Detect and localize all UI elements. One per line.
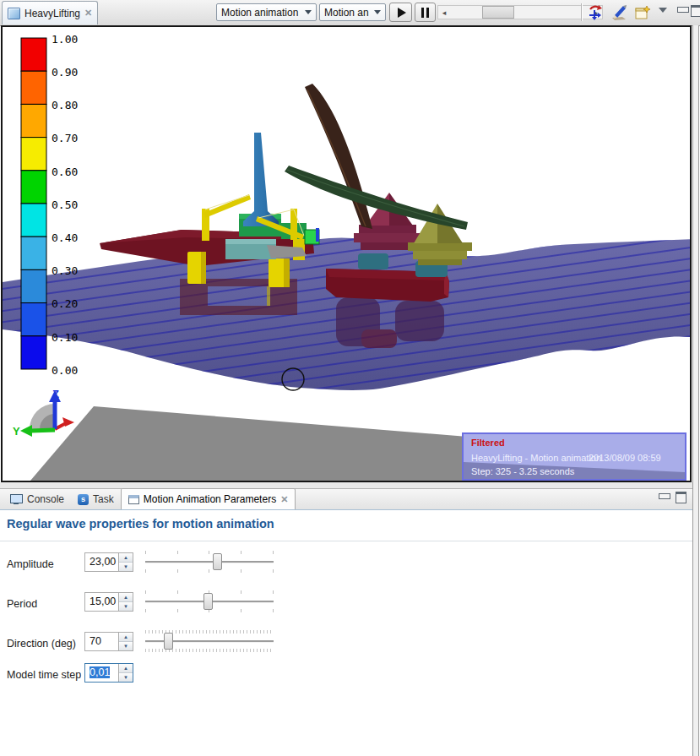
period-spinner: ▲ ▼ <box>118 593 133 611</box>
overlay-step: Step: 325 - 3.25 seconds <box>471 466 575 476</box>
panel-maximize-button[interactable] <box>676 492 686 503</box>
amplitude-label: Amplitude <box>7 558 83 570</box>
animation-selection-combo[interactable]: Motion an <box>319 3 386 21</box>
direction-label: Direction (deg) <box>7 638 83 650</box>
svg-text:0.00: 0.00 <box>52 364 78 377</box>
new-note-icon[interactable] <box>633 3 652 22</box>
view-menu-chevron-icon[interactable] <box>659 8 670 15</box>
animation-mode-combo-value: Motion animation <box>221 7 298 19</box>
task-icon: s <box>78 494 89 505</box>
direction-slider-thumb[interactable] <box>164 633 173 650</box>
3d-scene: Filtered HeavyLifting - Motion animation… <box>3 27 690 481</box>
application-window: HeavyLifting ✕ Motion animation Motion a… <box>0 0 700 756</box>
editor-window-icon <box>8 8 20 19</box>
period-slider[interactable] <box>145 589 274 614</box>
amplitude-field[interactable]: 23,00 ▲ ▼ <box>84 552 133 572</box>
period-label: Period <box>7 598 83 610</box>
svg-text:0.90: 0.90 <box>52 66 78 79</box>
spin-down-icon[interactable]: ▼ <box>119 642 133 650</box>
animation-info-overlay: Filtered HeavyLifting - Motion animation… <box>463 433 686 480</box>
editor-tab-heavylifting[interactable]: HeavyLifting ✕ <box>2 1 98 24</box>
svg-text:0.30: 0.30 <box>52 264 78 277</box>
svg-text:0.60: 0.60 <box>52 166 78 178</box>
pause-button[interactable] <box>415 3 436 22</box>
horizontal-sash[interactable] <box>0 482 692 488</box>
toolbar-separator <box>581 3 583 21</box>
svg-text:0.20: 0.20 <box>52 297 78 310</box>
period-field[interactable]: 15,00 ▲ ▼ <box>84 592 133 612</box>
z-axis-label: Z <box>52 388 59 400</box>
overlay-title: HeavyLifting - Motion animation <box>471 453 601 463</box>
tab-close-icon[interactable]: ✕ <box>280 494 288 505</box>
maximize-button[interactable] <box>691 5 700 17</box>
play-button[interactable] <box>389 3 412 22</box>
3d-viewport[interactable]: Filtered HeavyLifting - Motion animation… <box>1 25 692 482</box>
svg-text:0.80: 0.80 <box>52 99 78 111</box>
spin-up-icon[interactable]: ▲ <box>119 633 133 642</box>
window-frame-edge <box>692 25 699 756</box>
view-window-icon <box>128 495 139 504</box>
chevron-down-icon <box>374 10 381 18</box>
animation-mode-combo[interactable]: Motion animation <box>216 3 317 21</box>
direction-slider[interactable] <box>145 628 274 654</box>
overlay-filtered-label: Filtered <box>471 438 505 448</box>
spin-up-icon[interactable]: ▲ <box>119 664 133 673</box>
model-time-step-value[interactable]: 0,01 <box>90 666 110 678</box>
amplitude-spinner: ▲ ▼ <box>118 553 133 571</box>
spin-up-icon[interactable]: ▲ <box>119 553 133 563</box>
period-slider-thumb[interactable] <box>203 593 213 610</box>
console-icon <box>10 494 23 505</box>
model-time-step-field[interactable]: 0,01 ▲ ▼ <box>84 663 133 683</box>
y-axis-label: Y <box>13 425 20 438</box>
top-toolbar: HeavyLifting ✕ Motion animation Motion a… <box>0 0 700 26</box>
model-time-step-label: Model time step <box>7 669 87 681</box>
tab-motion-animation-parameters[interactable]: Motion Animation Parameters ✕ <box>121 488 296 509</box>
play-icon <box>398 8 406 18</box>
direction-spinner: ▲ ▼ <box>118 633 133 650</box>
amplitude-slider[interactable] <box>145 549 274 574</box>
chevron-down-icon <box>305 10 312 18</box>
animation-selection-combo-value: Motion an <box>324 7 369 19</box>
spin-up-icon[interactable]: ▲ <box>119 593 133 602</box>
direction-field[interactable]: 70 ▲ ▼ <box>84 632 133 651</box>
svg-text:0.50: 0.50 <box>52 199 78 211</box>
draw-pencil-icon[interactable] <box>610 3 628 22</box>
tab-console[interactable]: Console <box>3 489 71 509</box>
svg-text:0.70: 0.70 <box>52 132 78 144</box>
title-separator <box>0 541 692 541</box>
spin-down-icon[interactable]: ▼ <box>119 673 133 682</box>
timeline-scrollbar-thumb[interactable] <box>482 6 514 19</box>
spin-down-icon[interactable]: ▼ <box>119 563 133 571</box>
svg-text:1.00: 1.00 <box>52 33 78 46</box>
svg-text:0.40: 0.40 <box>52 231 78 244</box>
scroll-left-arrow[interactable]: ◂ <box>438 6 450 19</box>
turbine-blades <box>285 84 468 230</box>
editor-tab-close-icon[interactable]: ✕ <box>84 8 92 19</box>
motion-animation-parameters-panel: Regular wave properties for motion anima… <box>0 510 692 756</box>
rotate-axes-icon[interactable] <box>586 3 605 22</box>
animation-timeline-scrollbar[interactable]: ◂ ▸ <box>437 5 603 19</box>
bottom-tab-bar: Console s Task Motion Animation Paramete… <box>0 488 692 510</box>
minimize-button[interactable] <box>677 7 689 13</box>
tab-task[interactable]: s Task <box>71 489 121 509</box>
svg-text:0.10: 0.10 <box>52 331 78 344</box>
overlay-datetime: 2013/08/09 08:59 <box>589 453 661 463</box>
spin-down-icon[interactable]: ▼ <box>119 602 133 611</box>
axis-triad: Z Y <box>13 388 74 438</box>
panel-minimize-button[interactable] <box>659 493 670 499</box>
panel-title: Regular wave properties for motion anima… <box>7 517 274 530</box>
amplitude-slider-thumb[interactable] <box>213 553 222 570</box>
model-time-step-spinner: ▲ ▼ <box>118 664 133 682</box>
editor-tab-label: HeavyLifting <box>24 8 80 19</box>
pause-icon <box>421 8 429 18</box>
